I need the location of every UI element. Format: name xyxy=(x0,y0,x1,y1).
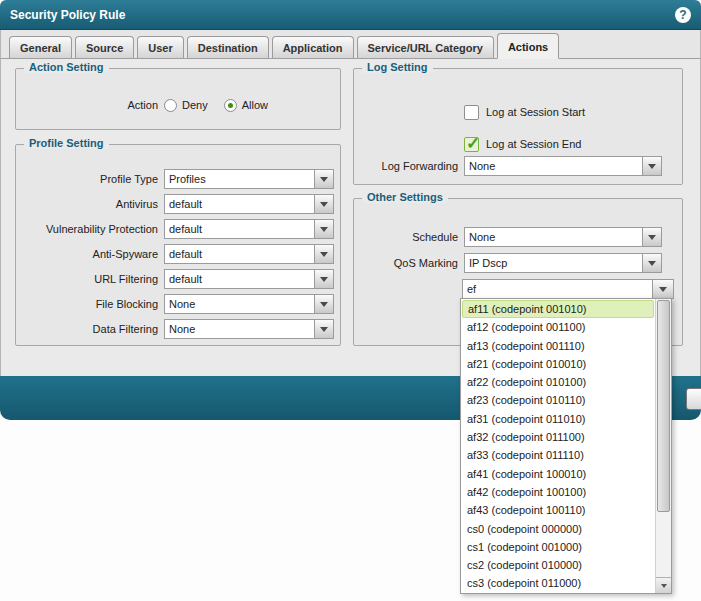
list-item[interactable]: af23 (codepoint 010110) xyxy=(462,391,654,409)
tab-general[interactable]: General xyxy=(9,36,72,58)
dropdown-arrow-icon[interactable] xyxy=(314,294,334,314)
data-filtering-value: None xyxy=(164,319,314,339)
tab-user[interactable]: User xyxy=(137,36,183,58)
allow-radio-label: Allow xyxy=(242,99,268,111)
dropdown-arrow-icon[interactable] xyxy=(642,227,662,247)
url-filtering-label: URL Filtering xyxy=(16,273,158,285)
dropdown-arrow-icon[interactable] xyxy=(642,253,662,273)
dropdown-arrow-icon[interactable] xyxy=(314,244,334,264)
dscp-list-scrollbar[interactable] xyxy=(655,299,671,593)
log-session-start-checkbox[interactable] xyxy=(464,105,479,120)
url-filtering-value: default xyxy=(164,269,314,289)
antivirus-select[interactable]: default xyxy=(164,194,334,214)
profile-setting-legend: Profile Setting xyxy=(24,137,109,149)
log-session-start-label: Log at Session Start xyxy=(486,106,585,118)
list-item[interactable]: cs0 (codepoint 000000) xyxy=(462,520,654,538)
log-session-end-label: Log at Session End xyxy=(486,138,581,150)
dropdown-arrow-icon[interactable] xyxy=(652,279,674,299)
list-item[interactable]: af41 (codepoint 100010) xyxy=(462,465,654,483)
page: Security Policy Rule ? General Source Us… xyxy=(0,0,701,601)
log-forwarding-select[interactable]: None xyxy=(464,156,662,176)
action-setting-group: Action Setting Action Deny Allow xyxy=(15,68,341,130)
list-item[interactable]: af12 (codepoint 001100) xyxy=(462,318,654,336)
dscp-combo xyxy=(462,279,674,299)
dscp-list-items: af11 (codepoint 001010) af12 (codepoint … xyxy=(461,299,655,593)
anti-spyware-value: default xyxy=(164,244,314,264)
dialog-titlebar: Security Policy Rule xyxy=(0,0,701,30)
tab-destination[interactable]: Destination xyxy=(187,36,269,58)
list-item[interactable]: af42 (codepoint 100100) xyxy=(462,483,654,501)
qos-marking-value: IP Dscp xyxy=(464,253,642,273)
list-item[interactable]: af31 (codepoint 011010) xyxy=(462,410,654,428)
tab-strip: General Source User Destination Applicat… xyxy=(0,30,701,59)
schedule-label: Schedule xyxy=(354,231,458,243)
antivirus-label: Antivirus xyxy=(16,198,158,210)
dropdown-arrow-icon[interactable] xyxy=(314,194,334,214)
dropdown-arrow-icon[interactable] xyxy=(314,219,334,239)
log-forwarding-label: Log Forwarding xyxy=(354,160,458,172)
profile-type-label: Profile Type xyxy=(16,173,158,185)
tab-source[interactable]: Source xyxy=(75,36,134,58)
tab-application[interactable]: Application xyxy=(272,36,354,58)
list-item[interactable]: af22 (codepoint 010100) xyxy=(462,373,654,391)
file-blocking-value: None xyxy=(164,294,314,314)
dscp-dropdown-list: af11 (codepoint 001010) af12 (codepoint … xyxy=(460,298,672,594)
list-item[interactable]: af32 (codepoint 011100) xyxy=(462,428,654,446)
log-forwarding-value: None xyxy=(464,156,642,176)
schedule-value: None xyxy=(464,227,642,247)
profile-type-select[interactable]: Profiles xyxy=(164,169,334,189)
vulnerability-protection-label: Vulnerability Protection xyxy=(16,223,158,235)
profile-setting-group: Profile Setting Profile Type Profiles An… xyxy=(15,144,341,346)
list-item[interactable]: cs1 (codepoint 001000) xyxy=(462,538,654,556)
file-blocking-label: File Blocking xyxy=(16,298,158,310)
chevron-down-icon xyxy=(661,584,667,588)
tab-service-url-category[interactable]: Service/URL Category xyxy=(357,36,494,58)
url-filtering-select[interactable]: default xyxy=(164,269,334,289)
vulnerability-protection-select[interactable]: default xyxy=(164,219,334,239)
list-item[interactable]: af21 (codepoint 010010) xyxy=(462,355,654,373)
dropdown-arrow-icon[interactable] xyxy=(314,269,334,289)
log-setting-legend: Log Setting xyxy=(362,61,433,73)
list-item[interactable]: af43 (codepoint 100110) xyxy=(462,501,654,519)
anti-spyware-label: Anti-Spyware xyxy=(16,248,158,260)
list-item[interactable]: af13 (codepoint 001110) xyxy=(462,337,654,355)
tab-actions[interactable]: Actions xyxy=(497,33,559,59)
antivirus-value: default xyxy=(164,194,314,214)
list-item[interactable]: af33 (codepoint 011110) xyxy=(462,446,654,464)
action-setting-legend: Action Setting xyxy=(24,61,109,73)
log-setting-group: Log Setting Log at Session Start Log at … xyxy=(353,68,683,185)
qos-marking-label: QoS Marking xyxy=(354,257,458,269)
scroll-down-button[interactable] xyxy=(656,577,671,593)
other-settings-legend: Other Settings xyxy=(362,191,448,203)
profile-type-value: Profiles xyxy=(164,169,314,189)
help-icon[interactable]: ? xyxy=(675,7,691,23)
file-blocking-select[interactable]: None xyxy=(164,294,334,314)
qos-marking-select[interactable]: IP Dscp xyxy=(464,253,662,273)
scrollbar-thumb[interactable] xyxy=(657,300,670,512)
anti-spyware-select[interactable]: default xyxy=(164,244,334,264)
dropdown-arrow-icon[interactable] xyxy=(314,319,334,339)
schedule-select[interactable]: None xyxy=(464,227,662,247)
allow-radio[interactable] xyxy=(224,99,237,112)
list-item[interactable]: cs3 (codepoint 011000) xyxy=(462,574,654,592)
dropdown-arrow-icon[interactable] xyxy=(642,156,662,176)
log-session-end-checkbox[interactable] xyxy=(464,137,479,152)
dscp-input[interactable] xyxy=(462,279,652,299)
action-label: Action xyxy=(16,99,158,111)
vulnerability-protection-value: default xyxy=(164,219,314,239)
data-filtering-select[interactable]: None xyxy=(164,319,334,339)
footer-button-partial[interactable] xyxy=(686,388,701,410)
dropdown-arrow-icon[interactable] xyxy=(314,169,334,189)
deny-radio-label: Deny xyxy=(182,99,208,111)
list-item[interactable]: af11 (codepoint 001010) xyxy=(462,300,654,318)
data-filtering-label: Data Filtering xyxy=(16,323,158,335)
deny-radio[interactable] xyxy=(164,99,177,112)
dialog-title: Security Policy Rule xyxy=(10,8,125,22)
list-item[interactable]: cs2 (codepoint 010000) xyxy=(462,556,654,574)
